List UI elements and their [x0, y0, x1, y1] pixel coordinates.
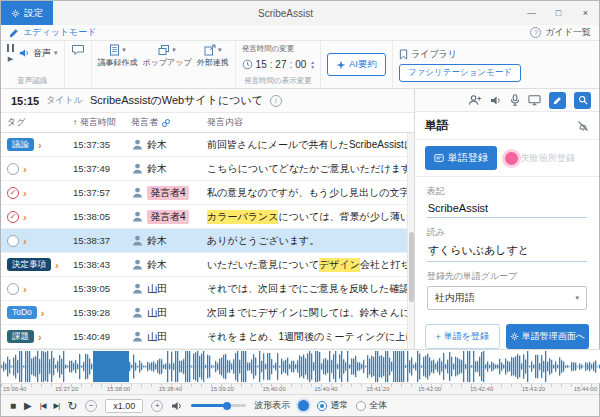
- tag-badge[interactable]: 決定事項: [7, 258, 51, 271]
- word-group-select[interactable]: 社内用語 ▾: [427, 286, 587, 310]
- mic-icon[interactable]: [510, 94, 520, 106]
- row-speaker[interactable]: 発言者4: [125, 210, 201, 224]
- row-expand-chevron[interactable]: ›: [23, 163, 27, 175]
- table-row[interactable]: ›15:37:49鈴木こちらについてどなたかご意見いただけますか？: [1, 157, 414, 181]
- word-manage-button[interactable]: 単語管理画面へ: [506, 324, 589, 349]
- row-content[interactable]: 次回までにデザインに関しては、鈴木さんにデザインのブラッシュアップを行っていただ…: [201, 306, 414, 320]
- volume-icon[interactable]: [171, 401, 183, 411]
- register-word-button[interactable]: + 単語を登録: [425, 324, 500, 349]
- hyouki-input[interactable]: ScribeAssist: [427, 200, 587, 218]
- row-expand-chevron[interactable]: ›: [55, 259, 59, 271]
- popup-button[interactable]: ▾ ポップアップ: [143, 44, 192, 68]
- time-change-label[interactable]: 発言時間の変更: [242, 44, 314, 53]
- time-seconds[interactable]: 00: [294, 59, 307, 70]
- volume-slider[interactable]: [191, 404, 246, 407]
- tag-check-icon[interactable]: ✓: [7, 187, 19, 199]
- minutes-create-button[interactable]: ▾ 議事録作成: [98, 44, 138, 68]
- table-row[interactable]: ✓›15:38:05発言者4カラーバランスについては、背景が少し薄いかなと思いま…: [1, 205, 414, 229]
- audio-source-button[interactable]: 音声 ▾: [19, 47, 58, 60]
- row-expand-chevron[interactable]: ›: [23, 283, 27, 295]
- close-button[interactable]: ×: [572, 1, 599, 25]
- table-scrollbar[interactable]: [407, 133, 414, 349]
- edit-mode-label[interactable]: エディットモード: [23, 26, 96, 39]
- table-row[interactable]: 課題›15:40:49山田それをまとめ、1週間後のミーティングに上げたいと思いま…: [1, 325, 414, 349]
- col-tag[interactable]: タグ: [1, 116, 67, 129]
- skip-back-button[interactable]: |◀: [40, 402, 46, 410]
- tag-circle-icon[interactable]: [7, 235, 19, 247]
- pause-icon[interactable]: [7, 44, 14, 52]
- link-icon[interactable]: [161, 118, 171, 128]
- row-speaker[interactable]: 山田: [125, 330, 201, 344]
- table-row[interactable]: ›15:39:05山田それでは、次回までにご意見を反映した確認、および担当者まで…: [1, 277, 414, 301]
- skip-forward-button[interactable]: ▶|: [53, 402, 59, 410]
- minimize-button[interactable]: —: [518, 1, 545, 25]
- table-row[interactable]: ✓›15:37:57発言者4私の意見なのですが、もう少し見出しの文字を大きくして…: [1, 181, 414, 205]
- volume-knob[interactable]: [223, 402, 231, 410]
- row-speaker[interactable]: 鈴木: [125, 162, 201, 176]
- library-button[interactable]: ライブラリ: [399, 48, 457, 61]
- tag-badge[interactable]: ToDo: [7, 306, 37, 319]
- play-icon[interactable]: ▶: [8, 55, 13, 62]
- meeting-title[interactable]: ScribeAssistのWebサイトについて: [90, 93, 263, 108]
- row-content[interactable]: それでは、次回までにご意見を反映した確認、および担当者まで…: [201, 282, 414, 296]
- row-expand-chevron[interactable]: ›: [38, 139, 42, 151]
- row-expand-chevron[interactable]: ›: [23, 187, 27, 199]
- comment-icon[interactable]: [71, 44, 85, 56]
- time-spinner[interactable]: 15 : 27 : 00 ▴ ▾: [242, 59, 314, 70]
- row-content[interactable]: 前回皆さんにメールで共有したScribeAssistについてのホームページのデザ…: [201, 138, 414, 152]
- waveform-toggle[interactable]: [298, 400, 309, 411]
- row-content[interactable]: 私の意見なのですが、もう少し見出しの文字を大きくしてもらえると、区別がつきや…: [201, 186, 414, 200]
- table-row[interactable]: ToDo›15:39:28山田次回までにデザインに関しては、鈴木さんにデザインの…: [1, 301, 414, 325]
- row-content[interactable]: それをまとめ、1週間後のミーティングに上げたいと思いますので、最終確認まで行いた…: [201, 330, 414, 344]
- settings-button[interactable]: 設定: [1, 1, 53, 25]
- play-button[interactable]: ▶: [24, 401, 32, 411]
- row-speaker[interactable]: 山田: [125, 306, 201, 320]
- step-down-icon[interactable]: ▾: [311, 65, 314, 70]
- tag-badge[interactable]: 議論: [7, 138, 34, 151]
- display-mode-normal[interactable]: 通常: [317, 399, 348, 412]
- ai-summary-button[interactable]: AI要約: [327, 53, 386, 76]
- time-minutes[interactable]: 27: [274, 59, 287, 70]
- scrollbar-thumb[interactable]: [409, 232, 414, 302]
- row-speaker[interactable]: 鈴木: [125, 258, 201, 272]
- col-speaker[interactable]: 発言者: [125, 116, 201, 129]
- tag-badge[interactable]: 課題: [7, 330, 34, 343]
- row-content[interactable]: いただいた意見についてデザイン会社と打ち合わせを設け、またブラッシュアップし…: [201, 258, 414, 272]
- table-row[interactable]: ›15:38:37鈴木ありがとうございます。: [1, 229, 414, 253]
- time-display-caption[interactable]: 発言時間の表示変更: [242, 76, 314, 85]
- tab-secondary[interactable]: 失敗箇所登録: [505, 152, 575, 165]
- table-row[interactable]: 議論›15:37:35鈴木前回皆さんにメールで共有したScribeAssistに…: [1, 133, 414, 157]
- mute-icon[interactable]: [577, 120, 589, 132]
- row-expand-chevron[interactable]: ›: [23, 235, 27, 247]
- row-content[interactable]: カラーバランスについては、背景が少し薄いかなと思いますので、少し濃くしていただ…: [201, 210, 414, 224]
- tag-circle-icon[interactable]: [7, 283, 19, 295]
- row-expand-chevron[interactable]: ›: [41, 307, 45, 319]
- tab-word-register[interactable]: 単語登録: [425, 146, 497, 170]
- row-speaker[interactable]: 鈴木: [125, 234, 201, 248]
- waveform-canvas[interactable]: [1, 349, 600, 383]
- yomi-input[interactable]: すくらいぶあしすと: [427, 241, 587, 262]
- row-speaker[interactable]: 発言者4: [125, 186, 201, 200]
- maximize-button[interactable]: □: [545, 1, 572, 25]
- table-row[interactable]: 決定事項›15:38:43鈴木いただいた意見についてデザイン会社と打ち合わせを設…: [1, 253, 414, 277]
- row-content[interactable]: こちらについてどなたかご意見いただけますか？: [201, 162, 414, 176]
- guide-list-button[interactable]: ガイド一覧: [545, 26, 591, 39]
- row-expand-chevron[interactable]: ›: [38, 331, 42, 343]
- col-content[interactable]: 発言内容: [201, 116, 414, 129]
- speed-down-button[interactable]: −: [85, 400, 97, 412]
- external-link-button[interactable]: ▾ 外部連携: [197, 44, 229, 68]
- tag-check-icon[interactable]: ✓: [7, 211, 19, 223]
- search-button[interactable]: [574, 92, 591, 109]
- edit-button[interactable]: [549, 92, 566, 109]
- display-mode-all[interactable]: 全体: [356, 399, 387, 412]
- time-hours[interactable]: 15: [255, 59, 268, 70]
- speed-up-button[interactable]: +: [151, 400, 163, 412]
- facilitation-mode-button[interactable]: ファシリテーションモード: [399, 64, 521, 82]
- speaker-icon[interactable]: [490, 95, 502, 106]
- time-stepper[interactable]: ▴ ▾: [311, 60, 314, 70]
- row-speaker[interactable]: 鈴木: [125, 138, 201, 152]
- row-content[interactable]: ありがとうございます。: [201, 234, 414, 248]
- monitor-icon[interactable]: [528, 94, 541, 106]
- row-expand-chevron[interactable]: ›: [23, 211, 27, 223]
- row-speaker[interactable]: 山田: [125, 282, 201, 296]
